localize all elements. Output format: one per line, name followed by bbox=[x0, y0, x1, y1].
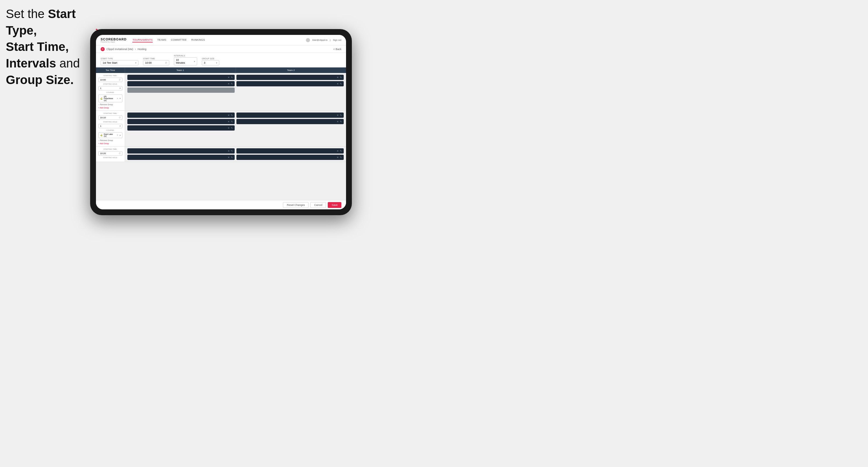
start-type-select[interactable]: 1st Tee Start ▾ bbox=[101, 60, 138, 65]
player-x[interactable]: ✕ bbox=[337, 76, 339, 79]
nav-teams[interactable]: TEAMS bbox=[157, 38, 166, 42]
course-tag-2[interactable]: ⛳ East Lake GC ✕ ▾ bbox=[98, 132, 122, 138]
player-row[interactable]: ✕ ✎ bbox=[127, 119, 235, 124]
add-group-btn-2[interactable]: + Add Group bbox=[98, 143, 122, 145]
starting-time-label-2: STARTING TIME: bbox=[98, 113, 122, 114]
player-edit[interactable]: ✎ bbox=[231, 76, 233, 79]
sign-out-link[interactable]: Sign out bbox=[333, 39, 341, 41]
player-x[interactable]: ✕ bbox=[228, 120, 230, 123]
tee-cell-3: STARTING TIME: 10:20 ⏱ STARTING HOLE: bbox=[96, 147, 125, 162]
save-button[interactable]: Save bbox=[328, 202, 341, 208]
group-size-select[interactable]: 3 ▾ bbox=[202, 60, 219, 65]
add-group-btn-1[interactable]: + Add Group bbox=[98, 107, 122, 109]
course-x-2[interactable]: ✕ bbox=[117, 134, 118, 136]
player-row[interactable]: ✕ ✎ bbox=[237, 155, 344, 160]
course-tag-1[interactable]: ⛳ (A) Peachtree GC ✕ ▾ bbox=[98, 94, 122, 102]
user-avatar bbox=[306, 38, 310, 42]
scroll-area[interactable]: STARTING TIME: 10:00 ⏱ STARTING HOLE: 1 … bbox=[96, 73, 346, 200]
starting-time-label-3: STARTING TIME: bbox=[98, 148, 122, 150]
player-edit[interactable]: ✎ bbox=[340, 83, 342, 85]
nav-committee[interactable]: COMMITTEE bbox=[171, 38, 187, 42]
nav-links: TOURNAMENTS TEAMS COMMITTEE RANKINGS bbox=[132, 38, 306, 42]
player-row[interactable]: ✕ ✎ bbox=[237, 75, 344, 80]
controls-row: Start Type 1st Tee Start ▾ Start Time 10… bbox=[96, 53, 346, 67]
remove-group-btn-2[interactable]: ○Remove Group bbox=[98, 139, 122, 141]
start-type-chevron: ▾ bbox=[135, 62, 136, 64]
teams-area-2: ✕ ✎ ✕ ✎ ✕ ✎ ✕ bbox=[125, 111, 346, 146]
intervals-value: 10 Minutes bbox=[176, 58, 188, 64]
player-edit[interactable]: ✎ bbox=[231, 120, 233, 123]
player-x[interactable]: ✕ bbox=[337, 83, 339, 85]
player-row[interactable]: ✕ ✎ bbox=[127, 155, 235, 160]
tablet-frame: SCOREBOARD Powered by clippd TOURNAMENTS… bbox=[90, 29, 352, 215]
tee-cell-2: STARTING TIME: 10:10 ⏱ STARTING HOLE: 1 … bbox=[96, 111, 125, 146]
starting-time-input-1[interactable]: 10:00 ⏱ bbox=[98, 77, 122, 82]
player-x[interactable]: ✕ bbox=[228, 83, 230, 85]
player-row[interactable]: ✕ ✎ bbox=[127, 125, 235, 130]
player-x[interactable]: ✕ bbox=[337, 120, 339, 123]
player-edit[interactable]: ✎ bbox=[340, 150, 342, 152]
starting-hole-label-2: STARTING HOLE: bbox=[98, 121, 122, 123]
player-edit[interactable]: ✎ bbox=[231, 114, 233, 117]
player-row[interactable]: ✕ ✎ bbox=[237, 119, 344, 124]
player-row[interactable]: ✕ ✎ bbox=[237, 148, 344, 154]
player-x[interactable]: ✕ bbox=[228, 76, 230, 79]
player-row[interactable]: ✕ ✎ bbox=[127, 81, 235, 86]
team1-col-1: ✕ ✎ ✕ ✎ bbox=[127, 75, 235, 109]
back-button[interactable]: < Back bbox=[333, 48, 341, 51]
player-edit[interactable]: ✎ bbox=[231, 156, 233, 159]
player-x[interactable]: ✕ bbox=[228, 127, 230, 129]
player-x[interactable]: ✕ bbox=[228, 150, 230, 152]
nav-rankings[interactable]: RANKINGS bbox=[191, 38, 205, 42]
player-x[interactable]: ✕ bbox=[228, 114, 230, 117]
player-edit[interactable]: ✎ bbox=[340, 156, 342, 159]
player-row[interactable]: ✕ ✎ bbox=[127, 75, 235, 80]
player-edit[interactable]: ✎ bbox=[340, 76, 342, 79]
group-row: STARTING TIME: 10:20 ⏱ STARTING HOLE: ✕ … bbox=[96, 147, 346, 162]
breadcrumb: C Clippd Invitational (Me) › Hosting bbox=[101, 47, 147, 51]
course-label-1: COURSE: bbox=[98, 92, 122, 93]
cancel-button[interactable]: Cancel bbox=[310, 202, 326, 208]
group-size-chevron: ▾ bbox=[216, 62, 217, 64]
breadcrumb-icon: C bbox=[101, 47, 105, 51]
player-x[interactable]: ✕ bbox=[337, 150, 339, 152]
hole-chevron-1: ▾ bbox=[120, 87, 121, 90]
starting-time-input-2[interactable]: 10:10 ⏱ bbox=[98, 116, 122, 120]
player-row[interactable]: ✕ ✎ bbox=[127, 148, 235, 154]
page-name: Hosting bbox=[137, 48, 147, 51]
player-row[interactable]: ✕ ✎ bbox=[237, 81, 344, 86]
player-x[interactable]: ✕ bbox=[337, 114, 339, 117]
group-row: STARTING TIME: 10:00 ⏱ STARTING HOLE: 1 … bbox=[96, 73, 346, 111]
reset-changes-button[interactable]: Reset Changes bbox=[283, 202, 309, 208]
group-size-value: 3 bbox=[204, 61, 205, 64]
player-edit[interactable]: ✎ bbox=[231, 127, 233, 129]
player-x[interactable]: ✕ bbox=[337, 156, 339, 159]
start-time-select[interactable]: 10:00 ⏱ bbox=[143, 60, 169, 65]
starting-time-input-3[interactable]: 10:20 ⏱ bbox=[98, 151, 122, 156]
player-row[interactable]: ✕ ✎ bbox=[127, 113, 235, 118]
intervals-select[interactable]: 10 Minutes ▾ bbox=[174, 57, 197, 65]
course-icon-2: ⛳ bbox=[100, 134, 103, 136]
start-type-label: Start Type bbox=[101, 58, 138, 60]
player-row-extra[interactable] bbox=[127, 88, 235, 93]
course-label-2: COURSE: bbox=[98, 129, 122, 131]
course-chevron-1: ▾ bbox=[120, 97, 121, 100]
starting-hole-select-1[interactable]: 1 ▾ bbox=[98, 86, 122, 90]
player-edit[interactable]: ✎ bbox=[231, 150, 233, 152]
nav-tournaments[interactable]: TOURNAMENTS bbox=[132, 38, 152, 42]
player-x[interactable]: ✕ bbox=[228, 156, 230, 159]
starting-hole-label-1: STARTING HOLE: bbox=[98, 83, 122, 85]
start-type-value: 1st Tee Start bbox=[103, 61, 117, 64]
course-x-1[interactable]: ✕ bbox=[117, 97, 118, 100]
teams-area-1: ✕ ✎ ✕ ✎ ✕ ✎ bbox=[125, 73, 346, 111]
player-edit[interactable]: ✎ bbox=[340, 114, 342, 117]
player-row[interactable]: ✕ ✎ bbox=[237, 113, 344, 118]
course-icon-1: ⛳ bbox=[100, 97, 103, 100]
starting-hole-select-2[interactable]: 1 ▾ bbox=[98, 124, 122, 128]
player-edit[interactable]: ✎ bbox=[231, 83, 233, 85]
remove-group-btn-1[interactable]: ○Remove Group bbox=[98, 103, 122, 105]
start-time-chevron: ⏱ bbox=[165, 62, 167, 64]
th-tee-time: Tee Time bbox=[96, 67, 125, 73]
player-edit[interactable]: ✎ bbox=[340, 120, 342, 123]
hole-chevron-2: ▾ bbox=[120, 125, 121, 127]
